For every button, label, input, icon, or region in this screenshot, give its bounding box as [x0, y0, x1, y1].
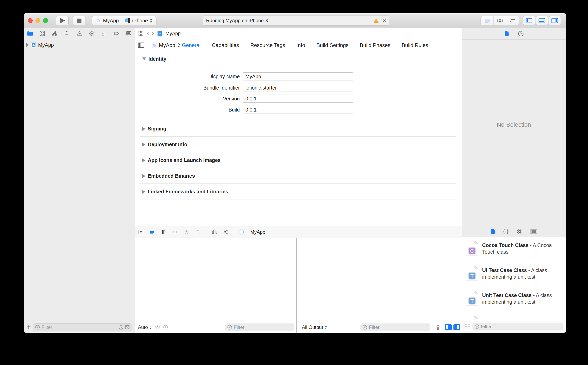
variables-view[interactable]: [135, 238, 296, 322]
report-navigator-tab[interactable]: [126, 30, 132, 36]
section-signing[interactable]: Signing: [135, 121, 462, 136]
tab-capabilities[interactable]: Capabilities: [212, 42, 239, 48]
disclosure-closed-icon[interactable]: [142, 159, 145, 162]
tab-general[interactable]: General: [182, 42, 201, 48]
warning-badge[interactable]: 18: [373, 18, 386, 23]
symbol-navigator-tab[interactable]: [52, 30, 58, 36]
source-control-navigator-tab[interactable]: [39, 30, 45, 36]
clear-console-button[interactable]: [435, 324, 441, 330]
show-variables-pane-button[interactable]: [445, 324, 452, 330]
tab-build-rules[interactable]: Build Rules: [402, 42, 428, 48]
disclosure-triangle-icon[interactable]: [26, 43, 29, 47]
bundle-identifier-field[interactable]: [243, 84, 353, 92]
tab-info[interactable]: Info: [296, 42, 305, 48]
step-out-button[interactable]: [195, 229, 201, 235]
zoom-window-button[interactable]: [43, 18, 48, 23]
disclosure-closed-icon[interactable]: [142, 127, 145, 131]
project-file-icon: [31, 42, 36, 48]
variables-filter-field[interactable]: [225, 323, 294, 331]
target-selector[interactable]: MyApp: [152, 42, 180, 48]
console-scope-popup[interactable]: All Output: [302, 324, 327, 330]
section-app-icons[interactable]: App Icons and Launch Images: [135, 152, 462, 168]
traffic-lights: [28, 18, 48, 23]
console-filter-input[interactable]: [369, 324, 428, 330]
display-name-field[interactable]: [243, 72, 353, 80]
step-over-button[interactable]: [172, 229, 178, 235]
quick-help-inspector-tab[interactable]: ?: [518, 31, 524, 37]
file-inspector-tab[interactable]: [504, 31, 509, 37]
popup-chevrons-icon: [149, 325, 152, 329]
project-editor-sidebar-toggle[interactable]: [138, 42, 144, 48]
add-button[interactable]: +: [27, 323, 31, 330]
test-navigator-tab[interactable]: [89, 30, 95, 36]
step-into-button[interactable]: [183, 229, 189, 235]
print-description-info-icon[interactable]: [163, 325, 168, 330]
minimize-window-button[interactable]: [35, 18, 40, 23]
section-deployment-info[interactable]: Deployment Info: [135, 136, 462, 152]
code-snippet-library-tab[interactable]: { }: [503, 229, 509, 234]
console-view[interactable]: [296, 238, 462, 322]
library-filter-field[interactable]: [472, 323, 563, 330]
standard-editor-button[interactable]: [481, 16, 493, 25]
tab-build-settings[interactable]: Build Settings: [316, 42, 349, 48]
debug-navigator-tab[interactable]: [101, 30, 107, 36]
library-filter-input[interactable]: [481, 324, 561, 330]
toggle-utilities-button[interactable]: [549, 16, 561, 25]
source-control-status-icon[interactable]: [125, 325, 130, 330]
assistant-editor-button[interactable]: [493, 16, 506, 25]
breakpoints-toggle-button[interactable]: [149, 229, 155, 235]
navigator-filter-field[interactable]: [33, 323, 132, 331]
jump-bar-file-name[interactable]: MyApp: [166, 31, 181, 36]
quicklook-eye-icon[interactable]: [155, 325, 160, 330]
go-back-button[interactable]: ‹: [147, 30, 149, 36]
go-forward-button[interactable]: ›: [152, 30, 154, 36]
scheme-selector[interactable]: MyApp › iPhone X: [92, 16, 156, 25]
stop-button[interactable]: [73, 16, 86, 25]
object-library-tab[interactable]: [517, 228, 523, 235]
show-console-pane-button[interactable]: [453, 324, 460, 330]
console-filter-field[interactable]: [360, 323, 430, 331]
tab-build-phases[interactable]: Build Phases: [360, 42, 390, 48]
version-field[interactable]: [243, 95, 353, 103]
find-navigator-tab[interactable]: [64, 30, 70, 36]
build-field[interactable]: [243, 106, 353, 114]
variables-scope-popup[interactable]: Auto: [138, 324, 152, 330]
file-template-library-tab[interactable]: [491, 228, 496, 235]
template-unit-test-case-class[interactable]: T Unit Test Case Class - A class impleme…: [462, 287, 566, 312]
debug-process-name[interactable]: MyApp: [250, 229, 265, 235]
project-row[interactable]: MyApp: [24, 41, 135, 49]
no-selection-message: No Selection: [497, 121, 531, 128]
version-editor-button[interactable]: [506, 16, 519, 25]
disclosure-closed-icon[interactable]: [142, 190, 145, 194]
template-ui-test-case-class[interactable]: T UI Test Case Class - A class implement…: [462, 262, 566, 287]
section-embedded-binaries[interactable]: Embedded Binaries: [135, 168, 462, 183]
disclosure-open-icon[interactable]: [142, 57, 146, 61]
template-partial-item[interactable]: [462, 312, 566, 321]
grid-view-icon[interactable]: [465, 324, 470, 330]
memory-graph-button[interactable]: [223, 229, 229, 235]
identity-section-header[interactable]: Identity: [142, 56, 166, 62]
disclosure-closed-icon[interactable]: [142, 143, 145, 146]
variables-filter-input[interactable]: [234, 324, 292, 330]
collapsed-sections: Signing Deployment Info App Icons and La…: [135, 121, 462, 199]
close-window-button[interactable]: [28, 18, 33, 23]
breakpoint-navigator-tab[interactable]: [113, 30, 119, 36]
pause-execution-button[interactable]: [161, 229, 167, 235]
media-library-tab[interactable]: [530, 229, 537, 234]
hide-debug-area-button[interactable]: [138, 229, 144, 235]
tab-resource-tags[interactable]: Resource Tags: [250, 42, 285, 48]
section-linked-frameworks[interactable]: Linked Frameworks and Libraries: [135, 183, 462, 199]
recent-files-clock-icon[interactable]: [119, 325, 123, 330]
related-items-icon[interactable]: [138, 31, 144, 36]
project-navigator-tab[interactable]: [27, 30, 33, 36]
run-button[interactable]: [56, 16, 69, 25]
warning-triangle-icon: [373, 18, 379, 23]
issue-navigator-tab[interactable]: [77, 30, 83, 36]
template-cocoa-touch-class[interactable]: C Cocoa Touch Class - A Cocoa Touch clas…: [462, 237, 566, 262]
section-title: App Icons and Launch Images: [148, 157, 221, 163]
disclosure-closed-icon[interactable]: [142, 174, 145, 178]
toggle-navigator-button[interactable]: [523, 16, 535, 25]
navigator-filter-input[interactable]: [42, 324, 117, 330]
view-debugger-button[interactable]: [211, 229, 217, 235]
toggle-debug-area-button[interactable]: [536, 16, 548, 25]
